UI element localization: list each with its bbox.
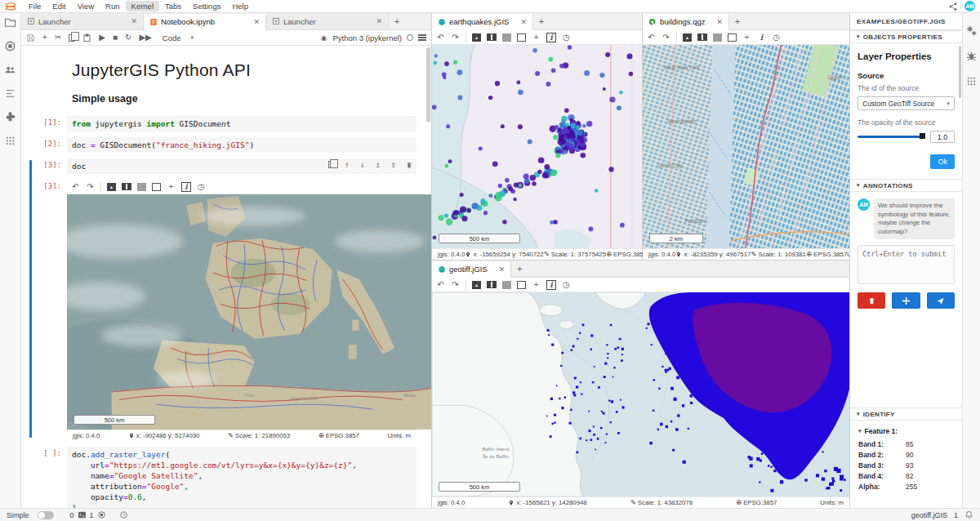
basemap-icon[interactable]	[487, 281, 497, 288]
terminal-icon[interactable]	[78, 510, 87, 519]
add-tab-button[interactable]: +	[511, 260, 528, 277]
layer-browser-icon[interactable]	[683, 33, 692, 42]
current-document-label[interactable]: geotiff.jGIS	[911, 511, 947, 519]
undo-icon[interactable]	[436, 33, 445, 42]
duplicate-icon[interactable]	[327, 160, 336, 169]
zoom-extent-icon[interactable]	[152, 183, 161, 191]
layer-browser-icon[interactable]	[107, 183, 116, 191]
fill-icon[interactable]	[713, 33, 722, 42]
menu-tabs[interactable]: Tabs	[159, 1, 187, 11]
annotation-input[interactable]: Ctrl+Enter to submit	[858, 245, 955, 284]
add-tab-button[interactable]: +	[389, 13, 405, 29]
bell-icon[interactable]	[964, 510, 973, 519]
opacity-slider[interactable]	[858, 136, 925, 138]
notebook-scrollbar[interactable]	[426, 47, 430, 122]
redo-icon[interactable]	[86, 182, 95, 192]
identify-icon[interactable]	[181, 182, 191, 192]
opacity-value[interactable]: 1.0	[930, 131, 955, 143]
center-annotation-button[interactable]	[892, 292, 920, 309]
insert-cell-icon[interactable]: +	[42, 33, 47, 42]
close-icon[interactable]: ✕	[520, 18, 527, 26]
menu-view[interactable]: View	[72, 1, 100, 11]
add-layer-icon[interactable]	[742, 33, 751, 42]
tab-notebook-ipynb[interactable]: Notebook.ipynb✕	[144, 14, 266, 30]
toolbar-menu-icon[interactable]	[418, 33, 426, 42]
kernel-sessions-icon[interactable]	[97, 510, 106, 519]
tab-launcher[interactable]: Launcher✕	[21, 13, 144, 29]
extensions-icon[interactable]	[4, 111, 16, 123]
submit-annotation-button[interactable]	[927, 292, 955, 309]
close-icon[interactable]: ✕	[376, 17, 382, 25]
feature-heading[interactable]: ▾Feature 1:	[858, 427, 954, 435]
tab-geotiff[interactable]: geotiff.jGIS ✕	[432, 261, 511, 278]
basemap-icon[interactable]	[122, 183, 131, 190]
close-icon[interactable]: ✕	[499, 265, 506, 274]
cell-type-select[interactable]: Code▾	[163, 33, 194, 42]
panel-scrollbar[interactable]	[959, 46, 961, 98]
move-up-icon[interactable]: ↑	[342, 160, 351, 169]
delete-annotation-button[interactable]	[858, 292, 885, 309]
add-tab-button[interactable]: +	[729, 13, 746, 29]
menu-run[interactable]: Run	[100, 1, 125, 11]
table-of-contents-icon[interactable]	[4, 87, 16, 100]
stop-icon[interactable]: ■	[113, 33, 118, 42]
menu-kernel[interactable]: Kernel	[126, 1, 159, 11]
undo-icon[interactable]	[71, 182, 80, 192]
source-select[interactable]: Custom GeoTiff Source▾	[858, 96, 955, 110]
insert-below-icon[interactable]: ↧	[389, 160, 398, 169]
add-layer-icon[interactable]	[167, 182, 176, 192]
property-inspector-icon[interactable]	[965, 24, 978, 37]
temporal-slider-icon[interactable]	[562, 280, 571, 290]
debugger-icon[interactable]	[965, 50, 978, 62]
add-layer-icon[interactable]	[532, 33, 541, 42]
fill-icon[interactable]	[502, 281, 511, 289]
file-browser-icon[interactable]	[4, 16, 16, 29]
redo-icon[interactable]	[451, 280, 460, 290]
kernel-name[interactable]: Python 3 (ipykernel)	[333, 33, 402, 42]
kernel-usage-icon[interactable]	[4, 135, 16, 147]
tab-launcher[interactable]: Launcher✕	[266, 13, 389, 29]
simple-mode-toggle[interactable]	[38, 511, 54, 519]
redo-icon[interactable]	[451, 33, 460, 42]
share-icon[interactable]	[948, 2, 958, 11]
copy-icon[interactable]	[69, 34, 75, 42]
zoom-extent-icon[interactable]	[517, 33, 526, 42]
tab-earthquakes[interactable]: earthquakes.jGIS ✕	[432, 14, 533, 30]
history-icon[interactable]	[119, 510, 128, 519]
close-icon[interactable]: ✕	[716, 18, 723, 26]
menu-file[interactable]: File	[23, 1, 47, 11]
layer-browser-icon[interactable]	[472, 281, 481, 289]
zoom-extent-icon[interactable]	[728, 33, 737, 42]
cell-editor[interactable]: from jupytergis import GISDocument	[67, 116, 416, 131]
running-sessions-icon[interactable]	[4, 40, 16, 52]
run-all-icon[interactable]: ▶▶	[139, 33, 151, 42]
buildings-map[interactable]: West New York Weehawken Union City Hobok…	[643, 45, 849, 248]
kernel-usage-icon[interactable]	[965, 75, 978, 87]
cell-editor[interactable]: doc.add_raster_layer( url="https://mt1.g…	[67, 447, 416, 508]
identify-icon[interactable]	[757, 33, 766, 42]
zoom-extent-icon[interactable]	[517, 281, 526, 289]
cell-editor[interactable]: doc↑↓↥↧	[67, 158, 416, 174]
cut-icon[interactable]: ✂	[55, 33, 61, 42]
tab-buildings[interactable]: buildings.qgz ✕	[643, 14, 729, 30]
ok-button[interactable]: Ok	[930, 154, 955, 169]
insert-above-icon[interactable]: ↥	[373, 160, 382, 169]
collaboration-icon[interactable]	[4, 64, 16, 76]
cell-editor[interactable]: doc = GISDocument("france_hiking.jGIS")	[67, 137, 416, 153]
redo-icon[interactable]	[662, 33, 670, 42]
restart-kernel-icon[interactable]: ↻	[125, 33, 131, 42]
france-map[interactable]: Malta Alger AX-180 Oran 500 km	[67, 194, 431, 430]
section-objects-properties[interactable]: ▾OBJECTS PROPERTIES	[850, 30, 962, 43]
close-icon[interactable]: ✕	[253, 18, 260, 26]
user-avatar[interactable]: AM	[964, 1, 975, 11]
menu-help[interactable]: Help	[226, 1, 254, 11]
section-identify[interactable]: ▾IDENTIFY	[850, 407, 962, 421]
identify-icon[interactable]	[546, 280, 556, 290]
undo-icon[interactable]	[647, 33, 656, 42]
move-down-icon[interactable]: ↓	[358, 160, 367, 169]
close-icon[interactable]: ✕	[131, 17, 137, 25]
paste-icon[interactable]	[82, 33, 91, 42]
debugger-icon[interactable]	[319, 33, 328, 42]
geotiff-map[interactable]: Baffin Island Île de Baffin 500 km	[432, 292, 849, 497]
basemap-icon[interactable]	[487, 33, 497, 41]
